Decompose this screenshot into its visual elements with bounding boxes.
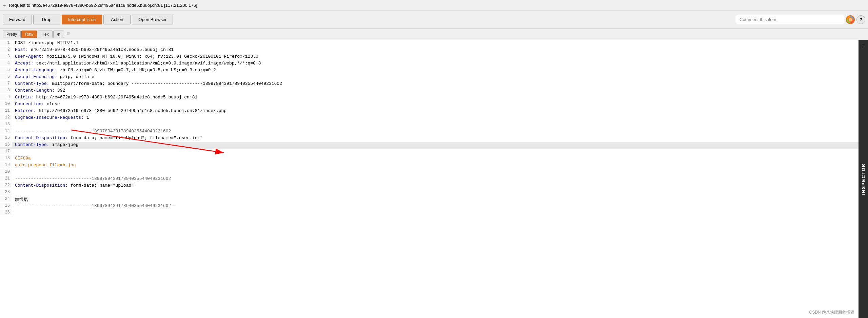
- sidebar-menu-icon[interactable]: ≡: [862, 43, 865, 50]
- line-number: 21: [0, 176, 12, 181]
- table-row: 20: [0, 169, 859, 176]
- line-number: 14: [0, 128, 12, 134]
- table-row: 16Content-Type: image/jpeg: [0, 142, 859, 149]
- line-content: -----------------------------18997894391…: [12, 128, 859, 134]
- line-number: 4: [0, 60, 12, 66]
- line-number: 2: [0, 47, 12, 52]
- line-number: 18: [0, 155, 12, 161]
- line-number: 19: [0, 162, 12, 168]
- line-number: 10: [0, 101, 12, 107]
- line-number: 22: [0, 183, 12, 188]
- line-number: 3: [0, 54, 12, 59]
- line-number: 17: [0, 149, 12, 154]
- action-button[interactable]: Action: [103, 15, 131, 24]
- watermark: CSDN @八块腹肌的橘猫: [809, 310, 854, 315]
- line-content: -----------------------------18997894391…: [12, 203, 859, 209]
- table-row: 9Origin: http://e4672a19-e978-4380-b692-…: [0, 94, 859, 101]
- inspector-label: INSPECTOR: [861, 163, 866, 195]
- drop-button[interactable]: Drop: [33, 15, 60, 24]
- line-content: [12, 149, 859, 149]
- table-row: 25-----------------------------189978943…: [0, 203, 859, 210]
- title-icon: ✏: [3, 2, 6, 8]
- line-number: 5: [0, 67, 12, 73]
- table-row: 2Host: e4672a19-e978-4380-b692-29f495a4e…: [0, 47, 859, 54]
- line-content: auto_prepend_file=b.jpg: [12, 162, 859, 168]
- line-number: 26: [0, 210, 12, 215]
- table-row: 11Referer: http://e4672a19-e978-4380-b69…: [0, 108, 859, 115]
- line-content: -----------------------------18997894391…: [12, 176, 859, 182]
- line-content: 鎖恨氣: [12, 196, 859, 203]
- line-content: [12, 210, 859, 210]
- toolbar: Forward Drop Intercept is on Action Open…: [0, 11, 868, 29]
- tab-pretty[interactable]: Pretty: [3, 31, 21, 38]
- table-row: 1POST /index.php HTTP/1.1: [0, 40, 859, 47]
- line-number: 16: [0, 142, 12, 147]
- content-area: 1POST /index.php HTTP/1.12Host: e4672a19…: [0, 40, 868, 318]
- line-number: 1: [0, 40, 12, 45]
- line-number: 24: [0, 196, 12, 202]
- tab-raw[interactable]: Raw: [21, 31, 37, 38]
- table-row: 21-----------------------------189978943…: [0, 176, 859, 183]
- line-content: Content-Type: multipart/form-data; bound…: [12, 81, 859, 87]
- table-row: 10Connection: close: [0, 101, 859, 108]
- table-row: 15Content-Disposition: form-data; name="…: [0, 135, 859, 142]
- line-content: Origin: http://e4672a19-e978-4380-b692-2…: [12, 94, 859, 100]
- format-menu-icon[interactable]: ≡: [65, 31, 72, 38]
- line-content: [12, 169, 859, 170]
- table-row: 23: [0, 189, 859, 196]
- inspector-sidebar: ≡ INSPECTOR: [859, 40, 868, 318]
- line-content: Accept-Language: zh-CN,zh;q=0.8,zh-TW;q=…: [12, 67, 859, 73]
- line-number: 20: [0, 169, 12, 174]
- line-content: Accept: text/html,application/xhtml+xml,…: [12, 60, 859, 66]
- line-content: Content-Type: image/jpeg: [12, 142, 859, 148]
- svg-point-1: [849, 18, 852, 21]
- tab-newline[interactable]: \n: [53, 31, 64, 38]
- line-content: Referer: http://e4672a19-e978-4380-b692-…: [12, 108, 859, 114]
- line-number: 15: [0, 135, 12, 141]
- line-content: Connection: close: [12, 101, 859, 107]
- format-tabs-bar: Pretty Raw Hex \n ≡: [0, 29, 868, 40]
- request-editor[interactable]: 1POST /index.php HTTP/1.12Host: e4672a19…: [0, 40, 859, 318]
- line-number: 11: [0, 108, 12, 113]
- line-number: 9: [0, 94, 12, 100]
- title-bar: ✏ Request to http://e4672a19-e978-4380-b…: [0, 0, 868, 11]
- burp-logo-icon: [846, 15, 855, 24]
- table-row: 14-----------------------------189978943…: [0, 128, 859, 135]
- tab-hex[interactable]: Hex: [38, 31, 52, 38]
- comment-input[interactable]: [736, 15, 844, 24]
- line-content: [12, 121, 859, 122]
- table-row: 26: [0, 210, 859, 217]
- table-row: 7Content-Type: multipart/form-data; boun…: [0, 81, 859, 88]
- table-row: 4Accept: text/html,application/xhtml+xml…: [0, 60, 859, 67]
- table-row: 19auto_prepend_file=b.jpg: [0, 162, 859, 169]
- line-content: Content-Length: 392: [12, 88, 859, 93]
- line-content: Upgrade-Insecure-Requests: 1: [12, 115, 859, 120]
- line-content: GIF89a: [12, 155, 859, 161]
- line-content: Content-Disposition: form-data; name="fi…: [12, 135, 859, 141]
- table-row: 13: [0, 121, 859, 128]
- line-number: 7: [0, 81, 12, 86]
- intercept-button[interactable]: Intercept is on: [62, 15, 102, 24]
- table-row: 8Content-Length: 392: [0, 88, 859, 94]
- line-number: 8: [0, 88, 12, 93]
- table-row: 5Accept-Language: zh-CN,zh;q=0.8,zh-TW;q…: [0, 67, 859, 74]
- table-row: 12Upgrade-Insecure-Requests: 1: [0, 115, 859, 121]
- line-content: Host: e4672a19-e978-4380-b692-29f495a4e1…: [12, 47, 859, 53]
- line-content: Content-Disposition: form-data; name="up…: [12, 183, 859, 188]
- table-row: 3User-Agent: Mozilla/5.0 (Windows NT 10.…: [0, 54, 859, 60]
- line-number: 13: [0, 121, 12, 127]
- table-row: 6Accept-Encoding: gzip, deflate: [0, 74, 859, 81]
- line-content: User-Agent: Mozilla/5.0 (Windows NT 10.0…: [12, 54, 859, 59]
- title-text: Request to http://e4672a19-e978-4380-b69…: [9, 3, 197, 8]
- open-browser-button[interactable]: Open Browser: [132, 15, 173, 24]
- line-number: 23: [0, 189, 12, 195]
- table-row: 24鎖恨氣: [0, 196, 859, 203]
- line-number: 25: [0, 203, 12, 208]
- line-content: [12, 189, 859, 190]
- line-content: POST /index.php HTTP/1.1: [12, 40, 859, 46]
- help-button[interactable]: ?: [856, 15, 865, 24]
- table-row: 22Content-Disposition: form-data; name="…: [0, 183, 859, 189]
- line-number: 6: [0, 74, 12, 79]
- forward-button[interactable]: Forward: [3, 15, 32, 24]
- line-number: 12: [0, 115, 12, 120]
